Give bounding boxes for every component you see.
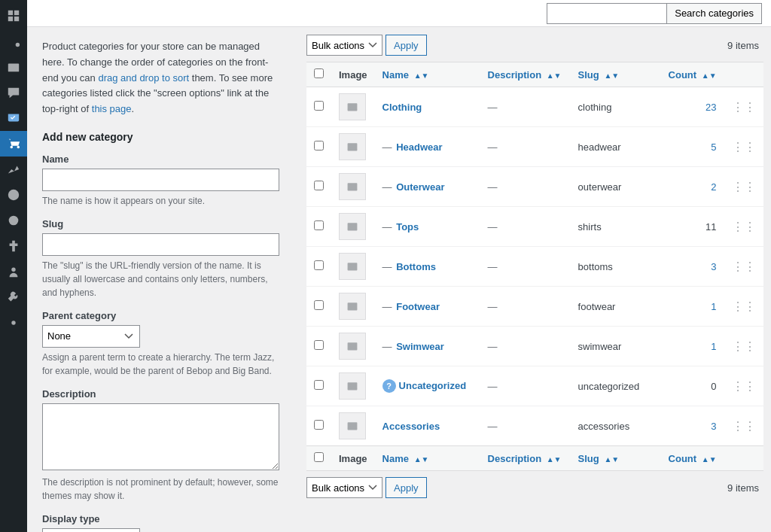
apply-button-bottom[interactable]: Apply bbox=[386, 477, 427, 498]
sidebar-icon-plugins[interactable] bbox=[0, 233, 27, 259]
row-slug-cell: bottoms bbox=[571, 247, 661, 287]
drag-drop-link[interactable]: drag and drop to sort bbox=[98, 72, 189, 84]
sidebar-icon-media[interactable] bbox=[0, 54, 27, 80]
header-image: Image bbox=[331, 62, 375, 87]
row-description-cell: — bbox=[480, 167, 571, 207]
category-link[interactable]: Headwear bbox=[396, 141, 442, 153]
bulk-actions-select-bottom[interactable]: Bulk actions bbox=[306, 477, 382, 498]
select-all-checkbox-bottom[interactable] bbox=[314, 452, 324, 462]
count-link[interactable]: 5 bbox=[711, 141, 716, 153]
category-link[interactable]: Outerwear bbox=[396, 181, 444, 193]
row-checkbox[interactable] bbox=[314, 340, 324, 350]
parent-select[interactable]: None bbox=[42, 325, 140, 348]
footer-slug[interactable]: Slug ▲▼ bbox=[571, 446, 661, 471]
count-link[interactable]: 2 bbox=[711, 181, 716, 193]
sidebar-icon-users[interactable] bbox=[0, 259, 27, 284]
svg-rect-1 bbox=[14, 11, 19, 15]
sidebar-icon-analytics[interactable] bbox=[0, 157, 27, 182]
row-checkbox[interactable] bbox=[314, 380, 324, 390]
category-link[interactable]: Swimwear bbox=[396, 341, 444, 352]
slug-input[interactable] bbox=[42, 233, 279, 256]
header-slug[interactable]: Slug ▲▼ bbox=[571, 62, 661, 87]
select-all-checkbox-top[interactable] bbox=[314, 68, 324, 78]
row-checkbox[interactable] bbox=[314, 260, 324, 270]
row-description-cell: — bbox=[480, 87, 571, 127]
category-link[interactable]: Accessories bbox=[382, 421, 440, 432]
count-link[interactable]: 3 bbox=[711, 261, 716, 272]
sidebar-icon-posts[interactable] bbox=[0, 29, 27, 54]
footer-desc-sort: ▲▼ bbox=[547, 455, 562, 464]
row-checkbox[interactable] bbox=[314, 420, 324, 430]
svg-point-9 bbox=[11, 268, 15, 272]
category-link[interactable]: Footwear bbox=[396, 301, 440, 312]
count-link[interactable]: 1 bbox=[711, 301, 716, 312]
header-name[interactable]: Name ▲▼ bbox=[375, 62, 480, 87]
row-checkbox[interactable] bbox=[314, 181, 324, 190]
count-link[interactable]: 1 bbox=[711, 341, 716, 352]
footer-name[interactable]: Name ▲▼ bbox=[375, 446, 480, 471]
row-drag-cell: ⋮⋮ bbox=[724, 247, 763, 287]
description-textarea[interactable] bbox=[42, 403, 279, 470]
row-checkbox[interactable] bbox=[314, 300, 324, 310]
sidebar-icon-appearance[interactable] bbox=[0, 208, 27, 233]
drag-handle[interactable]: ⋮⋮ bbox=[732, 419, 756, 433]
sidebar-icon-woocommerce[interactable] bbox=[0, 105, 27, 131]
row-checkbox[interactable] bbox=[314, 220, 324, 230]
drag-handle[interactable]: ⋮⋮ bbox=[732, 299, 756, 314]
footer-count[interactable]: Count ▲▼ bbox=[661, 446, 724, 471]
drag-handle[interactable]: ⋮⋮ bbox=[732, 180, 756, 194]
display-select[interactable]: Default bbox=[42, 528, 140, 532]
items-count-top: 9 items bbox=[727, 40, 759, 51]
search-categories-button[interactable]: Search categories bbox=[666, 3, 762, 24]
category-link[interactable]: Tops bbox=[396, 221, 419, 233]
row-image-placeholder bbox=[339, 93, 366, 120]
drag-handle[interactable]: ⋮⋮ bbox=[732, 220, 756, 234]
description-field: Description The description is not promi… bbox=[42, 388, 279, 503]
table-toolbar-top: Bulk actions Apply 9 items bbox=[306, 35, 759, 56]
indent-dash: — bbox=[382, 221, 395, 233]
table-footer-row: Image Name ▲▼ Description ▲▼ Slug ▲▼ Cou… bbox=[306, 446, 763, 471]
drag-handle[interactable]: ⋮⋮ bbox=[732, 140, 756, 154]
header-description[interactable]: Description ▲▼ bbox=[480, 62, 571, 87]
sidebar-icon-marketing[interactable] bbox=[0, 182, 27, 208]
drag-handle[interactable]: ⋮⋮ bbox=[732, 100, 756, 114]
row-count-cell: 23 bbox=[661, 87, 724, 127]
name-hint: The name is how it appears on your site. bbox=[42, 194, 279, 208]
category-link[interactable]: Bottoms bbox=[396, 261, 436, 272]
category-link[interactable]: Uncategorized bbox=[399, 380, 467, 391]
sidebar-icon-products[interactable] bbox=[0, 131, 27, 157]
search-categories-input[interactable] bbox=[547, 3, 667, 24]
sidebar-icon-dashboard[interactable] bbox=[0, 3, 27, 29]
footer-description[interactable]: Description ▲▼ bbox=[480, 446, 571, 471]
sidebar-icon-settings[interactable] bbox=[0, 310, 27, 336]
category-link[interactable]: Clothing bbox=[382, 102, 422, 113]
sidebar-icon-comments[interactable] bbox=[0, 80, 27, 105]
row-image-placeholder bbox=[339, 412, 366, 439]
name-input[interactable] bbox=[42, 169, 279, 191]
row-drag-cell: ⋮⋮ bbox=[724, 87, 763, 127]
drag-handle[interactable]: ⋮⋮ bbox=[732, 260, 756, 274]
svg-point-23 bbox=[349, 265, 352, 267]
description-label: Description bbox=[42, 388, 279, 400]
row-checkbox[interactable] bbox=[314, 101, 324, 111]
row-image-cell bbox=[331, 167, 375, 207]
count-link[interactable]: 23 bbox=[705, 102, 716, 113]
apply-button-top[interactable]: Apply bbox=[386, 35, 427, 56]
this-page-link[interactable]: this page bbox=[92, 103, 132, 114]
row-description-cell: — bbox=[480, 366, 571, 406]
bulk-actions-select-top[interactable]: Bulk actions bbox=[306, 35, 382, 56]
svg-point-10 bbox=[11, 321, 15, 324]
header-count[interactable]: Count ▲▼ bbox=[661, 62, 724, 87]
drag-handle[interactable]: ⋮⋮ bbox=[732, 339, 756, 354]
row-image-cell bbox=[331, 327, 375, 366]
indent-dash: — bbox=[382, 301, 395, 312]
name-label: Name bbox=[42, 154, 279, 165]
row-checkbox[interactable] bbox=[314, 141, 324, 150]
row-image-placeholder bbox=[339, 372, 366, 400]
drag-handle[interactable]: ⋮⋮ bbox=[732, 379, 756, 394]
svg-rect-5 bbox=[8, 64, 19, 72]
sidebar-icon-tools[interactable] bbox=[0, 284, 27, 310]
count-link[interactable]: 3 bbox=[711, 421, 716, 432]
row-slug-cell: footwear bbox=[571, 287, 661, 327]
row-description-cell: — bbox=[480, 247, 571, 287]
